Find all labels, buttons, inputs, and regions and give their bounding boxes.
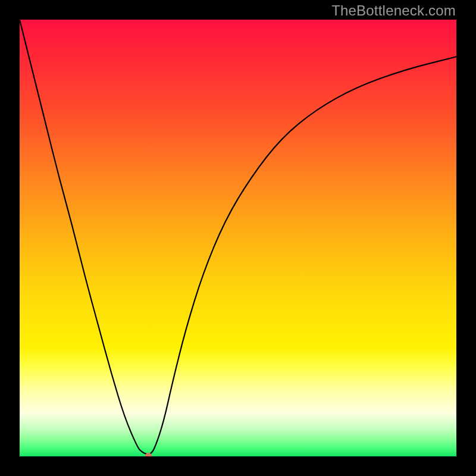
chart-frame: TheBottleneck.com (0, 0, 476, 476)
plot-area (20, 20, 456, 456)
watermark-text: TheBottleneck.com (331, 2, 456, 19)
bottleneck-curve (20, 20, 456, 456)
